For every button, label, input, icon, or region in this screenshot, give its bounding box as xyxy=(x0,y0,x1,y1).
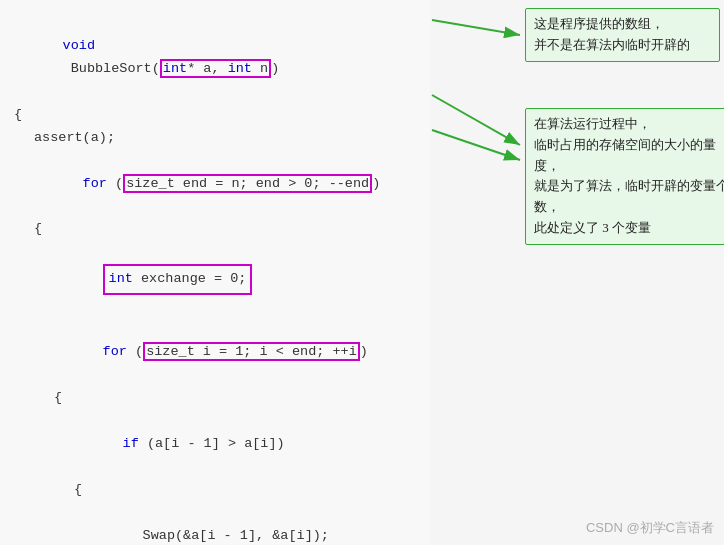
code-line-5: { xyxy=(14,218,420,241)
svg-line-4 xyxy=(432,95,520,145)
annotation-second-text: 在算法运行过程中， 临时占用的存储空间的大小的量度， 就是为了算法，临时开辟的变… xyxy=(534,116,724,235)
main-container: void BubbleSort(int* a, int n) { assert(… xyxy=(0,0,724,545)
arrows-svg xyxy=(430,0,724,545)
keyword-void: void xyxy=(63,38,95,53)
svg-line-5 xyxy=(432,130,520,160)
code-line-4: for (size_t end = n; end > 0; --end) xyxy=(14,150,420,219)
annotation-first: 这是程序提供的数组， 并不是在算法内临时开辟的 xyxy=(525,8,720,62)
watermark: CSDN @初学C言语者 xyxy=(586,519,714,537)
code-line-8: { xyxy=(14,387,420,410)
svg-line-3 xyxy=(432,20,520,35)
fn-name: BubbleSort( xyxy=(63,61,160,76)
code-panel: void BubbleSort(int* a, int n) { assert(… xyxy=(0,0,430,545)
code-line-1: void BubbleSort(int* a, int n) xyxy=(14,12,420,104)
code-line-10: { xyxy=(14,479,420,502)
code-line-3: assert(a); xyxy=(14,127,420,150)
annotation-second: 在算法运行过程中， 临时占用的存储空间的大小的量度， 就是为了算法，临时开辟的变… xyxy=(525,108,724,245)
code-line-7: for (size_t i = 1; i < end; ++i) xyxy=(14,318,420,387)
code-line-2: { xyxy=(14,104,420,127)
code-line-11: Swap(&a[i - 1], &a[i]); xyxy=(14,502,420,545)
code-line-6: int exchange = 0; xyxy=(14,241,420,318)
annotation-first-text: 这是程序提供的数组， 并不是在算法内临时开辟的 xyxy=(534,16,690,52)
annotations-panel: 这是程序提供的数组， 并不是在算法内临时开辟的 在算法运行过程中， 临时占用的存… xyxy=(430,0,724,545)
code-line-9: if (a[i - 1] > a[i]) xyxy=(14,410,420,479)
highlight-params: int* a, int n xyxy=(160,59,271,78)
